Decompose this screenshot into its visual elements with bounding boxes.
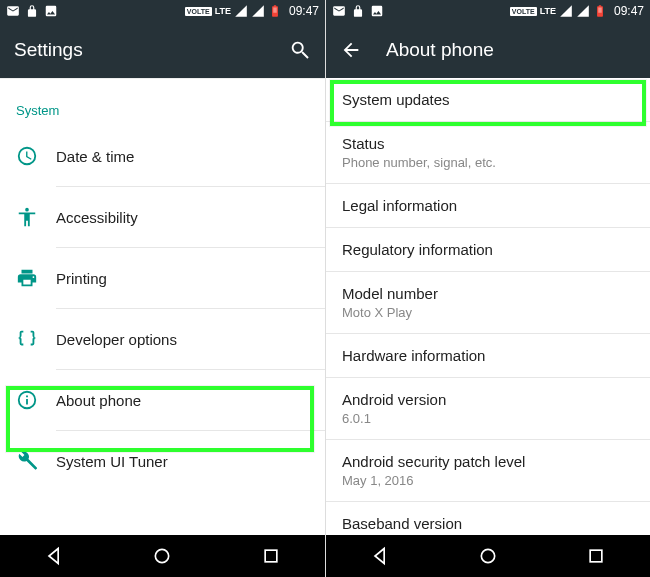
- row-date-time[interactable]: Date & time: [0, 126, 325, 186]
- phone-left: VOLTE LTE 09:47 Settings System Date & t…: [0, 0, 325, 577]
- status-bar: VOLTE LTE 09:47: [0, 0, 325, 22]
- signal-icon-2: [576, 4, 590, 18]
- phone-right: VOLTE LTE 09:47 About phone System updat…: [325, 0, 650, 577]
- row-label: System updates: [342, 91, 634, 108]
- picture-icon: [370, 4, 384, 18]
- signal-icon-2: [251, 4, 265, 18]
- row-label: System UI Tuner: [56, 453, 309, 470]
- nav-bar: [0, 535, 325, 577]
- lte-text: LTE: [215, 6, 231, 16]
- gmail-icon: [6, 4, 20, 18]
- row-label: Hardware information: [342, 347, 634, 364]
- row-label: Baseband version: [342, 515, 634, 532]
- row-security-patch[interactable]: Android security patch level May 1, 2016: [326, 440, 650, 501]
- row-sub: Moto X Play: [342, 305, 634, 320]
- row-sub: Phone number, signal, etc.: [342, 155, 634, 170]
- nav-home[interactable]: [435, 546, 542, 566]
- row-label: Legal information: [342, 197, 634, 214]
- print-icon: [16, 267, 56, 289]
- page-title: About phone: [386, 39, 636, 61]
- signal-icon: [234, 4, 248, 18]
- about-list[interactable]: System updates Status Phone number, sign…: [326, 78, 650, 535]
- svg-rect-1: [265, 550, 277, 562]
- status-time: 09:47: [614, 4, 644, 18]
- row-regulatory[interactable]: Regulatory information: [326, 228, 650, 271]
- nav-home[interactable]: [109, 546, 216, 566]
- battery-icon: [268, 4, 282, 18]
- row-system-updates[interactable]: System updates: [326, 78, 650, 121]
- nav-back[interactable]: [327, 546, 434, 566]
- nav-bar: [326, 535, 650, 577]
- volte-badge: VOLTE: [510, 7, 537, 16]
- status-bar: VOLTE LTE 09:47: [326, 0, 650, 22]
- row-status[interactable]: Status Phone number, signal, etc.: [326, 122, 650, 183]
- status-time: 09:47: [289, 4, 319, 18]
- accessibility-icon: [16, 206, 56, 228]
- back-button[interactable]: [340, 39, 362, 61]
- nav-back[interactable]: [1, 546, 108, 566]
- arrow-back-icon: [340, 39, 362, 61]
- section-system: System: [0, 89, 325, 126]
- nav-recent[interactable]: [543, 546, 650, 566]
- row-model[interactable]: Model number Moto X Play: [326, 272, 650, 333]
- clock-icon: [16, 145, 56, 167]
- gmail-icon: [332, 4, 346, 18]
- row-label: Android version: [342, 391, 634, 408]
- svg-rect-3: [590, 550, 602, 562]
- picture-icon: [44, 4, 58, 18]
- row-baseband[interactable]: Baseband version: [326, 502, 650, 535]
- row-android-version[interactable]: Android version 6.0.1: [326, 378, 650, 439]
- row-legal[interactable]: Legal information: [326, 184, 650, 227]
- settings-list[interactable]: System Date & time Accessibility Printin…: [0, 78, 325, 535]
- braces-icon: [16, 328, 56, 350]
- row-label: Status: [342, 135, 634, 152]
- lock-icon: [25, 4, 39, 18]
- row-hardware[interactable]: Hardware information: [326, 334, 650, 377]
- app-bar-about: About phone: [326, 22, 650, 78]
- nav-recent[interactable]: [217, 546, 324, 566]
- volte-badge: VOLTE: [185, 7, 212, 16]
- row-label: Date & time: [56, 148, 309, 165]
- search-button[interactable]: [289, 39, 311, 61]
- svg-point-0: [156, 549, 169, 562]
- screenshot-container: VOLTE LTE 09:47 Settings System Date & t…: [0, 0, 650, 577]
- info-icon: [16, 389, 56, 411]
- row-label: About phone: [56, 392, 309, 409]
- row-about-phone[interactable]: About phone: [0, 370, 325, 430]
- row-sub: May 1, 2016: [342, 473, 634, 488]
- app-bar-settings: Settings: [0, 22, 325, 78]
- row-label: Regulatory information: [342, 241, 634, 258]
- search-icon: [289, 39, 311, 61]
- lock-icon: [351, 4, 365, 18]
- row-accessibility[interactable]: Accessibility: [0, 187, 325, 247]
- row-label: Android security patch level: [342, 453, 634, 470]
- lte-text: LTE: [540, 6, 556, 16]
- row-printing[interactable]: Printing: [0, 248, 325, 308]
- row-label: Model number: [342, 285, 634, 302]
- battery-icon: [593, 4, 607, 18]
- row-sub: 6.0.1: [342, 411, 634, 426]
- row-label: Developer options: [56, 331, 309, 348]
- row-label: Printing: [56, 270, 309, 287]
- row-developer-options[interactable]: Developer options: [0, 309, 325, 369]
- signal-icon: [559, 4, 573, 18]
- svg-point-2: [481, 549, 494, 562]
- row-system-ui-tuner[interactable]: System UI Tuner: [0, 431, 325, 491]
- row-label: Accessibility: [56, 209, 309, 226]
- page-title: Settings: [14, 39, 289, 61]
- wrench-icon: [16, 450, 56, 472]
